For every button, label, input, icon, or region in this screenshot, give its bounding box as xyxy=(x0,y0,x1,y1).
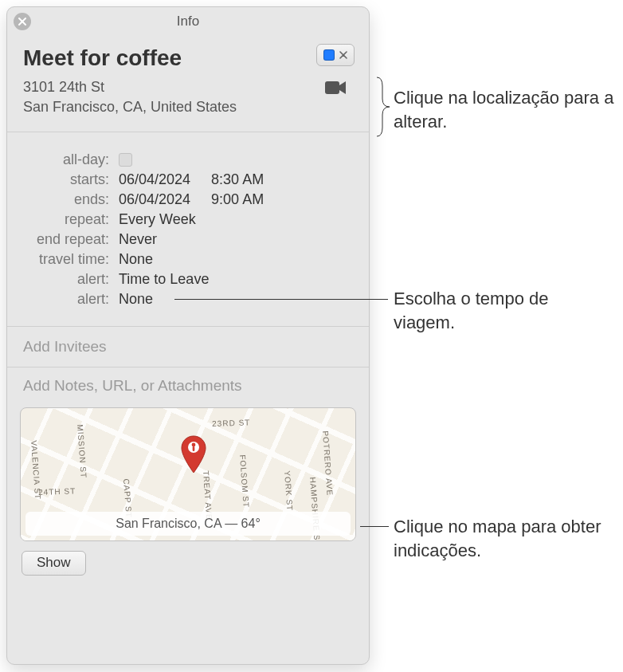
location-map[interactable]: 23RD ST 24TH ST VALENCIA ST MISSION ST C… xyxy=(20,407,356,541)
svg-rect-2 xyxy=(325,81,339,94)
callout-location: Clique na localização para a alterar. xyxy=(394,86,623,133)
alert-1-value[interactable]: Time to Leave xyxy=(119,272,209,286)
callout-leader-line xyxy=(360,526,389,527)
label-end-repeat: end repeat: xyxy=(23,232,119,246)
map-street-label: 24TH ST xyxy=(38,487,76,497)
video-camera-icon xyxy=(324,80,347,96)
map-street-label: 23RD ST xyxy=(212,419,250,429)
chevron-down-icon xyxy=(339,48,347,62)
label-ends: ends: xyxy=(23,192,119,206)
close-button[interactable] xyxy=(14,13,31,30)
label-travel-time: travel time: xyxy=(23,252,119,266)
event-title-field[interactable]: Meet for coffee xyxy=(23,45,353,71)
callout-map: Clique no mapa para obter indicações. xyxy=(394,515,623,562)
map-caption: San Francisco, CA — 64° xyxy=(25,512,351,536)
starts-time-field[interactable]: 8:30 AM xyxy=(211,172,264,187)
label-alert-2: alert: xyxy=(23,292,119,306)
close-icon xyxy=(18,17,27,26)
label-starts: starts: xyxy=(23,172,119,187)
callout-travel: Escolha o tempo de viagem. xyxy=(394,287,601,334)
ends-time-field[interactable]: 9:00 AM xyxy=(211,192,264,206)
calendar-color-swatch xyxy=(323,49,335,61)
event-details: all-day: starts: 06/04/2024 8:30 AM ends… xyxy=(7,132,369,327)
add-notes-field[interactable]: Add Notes, URL, or Attachments xyxy=(7,367,369,401)
event-location-line1: 3101 24th St xyxy=(23,77,353,97)
repeat-value[interactable]: Every Week xyxy=(119,212,196,226)
label-alert-1: alert: xyxy=(23,272,119,286)
window-title: Info xyxy=(7,14,369,29)
event-location-line2: San Francisco, CA, United States xyxy=(23,97,353,117)
event-header: Meet for coffee 3101 24th St San Francis… xyxy=(7,36,369,132)
all-day-checkbox[interactable] xyxy=(119,153,132,167)
calendar-color-picker[interactable] xyxy=(316,44,355,66)
annotation-layer: Clique na localização para a alterar. Es… xyxy=(371,0,623,672)
ends-date-field[interactable]: 06/04/2024 xyxy=(119,192,190,206)
show-button[interactable]: Show xyxy=(22,551,86,576)
event-location-field[interactable]: 3101 24th St San Francisco, CA, United S… xyxy=(23,77,353,117)
callout-leader-line xyxy=(174,299,388,300)
travel-time-value[interactable]: None xyxy=(119,252,153,266)
alert-2-value[interactable]: None xyxy=(119,292,153,306)
end-repeat-value[interactable]: Never xyxy=(119,232,157,246)
label-allday: all-day: xyxy=(23,152,119,167)
label-repeat: repeat: xyxy=(23,212,119,226)
starts-date-field[interactable]: 06/04/2024 xyxy=(119,172,190,187)
add-video-call-button[interactable] xyxy=(316,76,355,100)
add-invitees-field[interactable]: Add Invitees xyxy=(7,327,369,367)
callout-brace xyxy=(376,77,390,137)
title-bar: Info xyxy=(7,7,369,36)
event-info-popover: Info Meet for coffee 3101 24th St San Fr… xyxy=(6,6,370,665)
